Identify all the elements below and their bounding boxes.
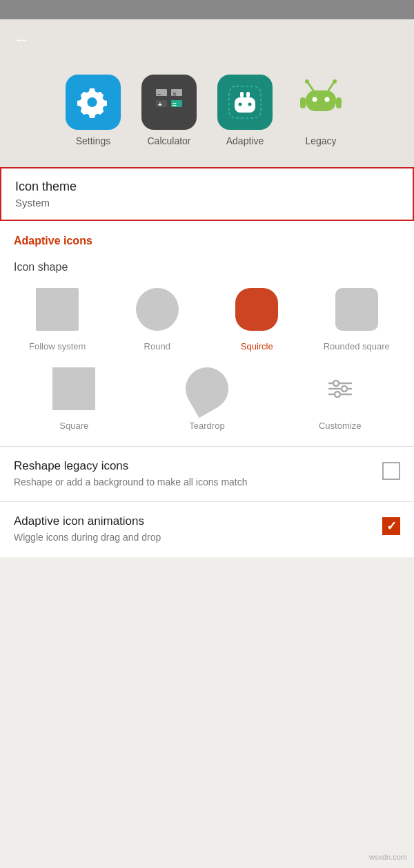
svg-point-22 <box>325 97 330 102</box>
shape-label-follow-system: Follow system <box>29 341 86 353</box>
shape-label-squircle: Squircle <box>241 341 273 353</box>
adaptive-animations-desc: Wiggle icons during drag and drop <box>14 531 371 545</box>
shape-preview-customize <box>315 364 365 414</box>
shape-visual-customize <box>319 367 362 410</box>
shape-visual-follow-system <box>36 288 79 331</box>
watermark: wsxdn.com <box>369 853 407 861</box>
shape-preview-round <box>132 284 182 334</box>
svg-point-26 <box>333 380 339 386</box>
adaptive-animations-checkbox[interactable]: ✓ <box>382 517 400 535</box>
shape-teardrop[interactable]: Teardrop <box>144 364 270 432</box>
shape-visual-round <box>136 288 179 331</box>
svg-point-27 <box>342 386 347 392</box>
reshape-legacy-checkbox[interactable] <box>382 462 400 480</box>
svg-rect-11 <box>246 92 250 97</box>
shape-preview-squircle <box>232 284 282 334</box>
reshape-legacy-desc: Reshape or add a background to make all … <box>14 476 371 490</box>
svg-text:−: − <box>157 90 161 98</box>
status-bar <box>0 0 414 19</box>
calculator-app-icon: − × + = <box>141 75 197 130</box>
shape-round[interactable]: Round <box>111 284 204 353</box>
icon-theme-subtitle: System <box>15 197 399 209</box>
svg-text:=: = <box>172 101 177 108</box>
back-button[interactable]: ← <box>14 31 29 49</box>
svg-point-18 <box>305 79 309 84</box>
svg-point-21 <box>313 97 317 102</box>
icon-theme-title: Icon theme <box>15 180 399 194</box>
header: ← <box>0 19 414 61</box>
settings-label: Settings <box>76 135 111 146</box>
shape-label-round: Round <box>144 341 170 353</box>
checkmark-icon: ✓ <box>386 519 397 534</box>
shape-label-rounded-square: Rounded square <box>324 341 390 353</box>
svg-rect-9 <box>235 97 255 113</box>
adaptive-animations-title: Adaptive icon animations <box>14 514 371 528</box>
reshape-legacy-text: Reshape legacy icons Reshape or add a ba… <box>14 459 371 490</box>
svg-point-13 <box>248 103 252 106</box>
app-icon-settings: Settings <box>66 75 121 146</box>
shape-label-customize: Customize <box>319 421 361 432</box>
shape-follow-system[interactable]: Follow system <box>11 284 104 353</box>
shape-square[interactable]: Square <box>11 364 137 432</box>
icon-shape-label: Icon shape <box>0 253 414 284</box>
shape-visual-teardrop <box>178 360 237 418</box>
shape-visual-squircle <box>235 288 278 331</box>
shape-squircle[interactable]: Squircle <box>210 284 304 353</box>
settings-app-icon <box>66 75 121 130</box>
svg-text:+: + <box>158 101 162 108</box>
shape-preview-follow-system <box>32 284 82 334</box>
svg-rect-20 <box>306 90 336 111</box>
shape-label-square: Square <box>59 421 88 432</box>
shape-preview-teardrop <box>182 364 232 414</box>
reshape-legacy-row[interactable]: Reshape legacy icons Reshape or add a ba… <box>0 447 414 502</box>
shape-customize[interactable]: Customize <box>277 364 403 432</box>
adaptive-icons-header: Adaptive icons <box>0 221 414 253</box>
icon-preview-area: Settings − × + = Calculator <box>0 61 414 167</box>
svg-point-28 <box>335 392 340 397</box>
svg-line-16 <box>308 82 313 90</box>
icon-shape-grid: Follow system Round Squircle Rounded squ… <box>0 284 414 364</box>
shape-preview-rounded-square <box>332 284 382 334</box>
shape-rounded-square[interactable]: Rounded square <box>310 284 404 353</box>
shape-visual-rounded-square <box>335 288 378 331</box>
svg-point-12 <box>239 103 242 106</box>
icon-shape-second-row: Square Teardrop <box>0 364 414 446</box>
app-icon-legacy: Legacy <box>293 75 348 146</box>
svg-point-19 <box>333 79 337 84</box>
adaptive-animations-row[interactable]: Adaptive icon animations Wiggle icons du… <box>0 502 414 557</box>
shape-label-teardrop: Teardrop <box>189 421 224 432</box>
svg-text:×: × <box>172 90 177 98</box>
app-icon-adaptive: Adaptive <box>217 75 273 146</box>
svg-rect-10 <box>240 92 244 97</box>
main-content: Adaptive icons Icon shape Follow system … <box>0 221 414 557</box>
icon-theme-section[interactable]: Icon theme System <box>0 167 414 221</box>
svg-rect-14 <box>300 97 306 108</box>
svg-rect-15 <box>336 97 342 108</box>
app-icon-calculator: − × + = Calculator <box>141 75 197 146</box>
adaptive-app-icon <box>217 75 273 130</box>
adaptive-animations-text: Adaptive icon animations Wiggle icons du… <box>14 514 371 545</box>
legacy-app-icon <box>293 75 348 130</box>
shape-preview-square <box>49 364 99 414</box>
adaptive-label: Adaptive <box>226 135 264 146</box>
calculator-label: Calculator <box>147 135 190 146</box>
legacy-label: Legacy <box>305 135 336 146</box>
svg-line-17 <box>328 82 334 90</box>
reshape-legacy-title: Reshape legacy icons <box>14 459 371 473</box>
shape-visual-square <box>52 367 95 410</box>
